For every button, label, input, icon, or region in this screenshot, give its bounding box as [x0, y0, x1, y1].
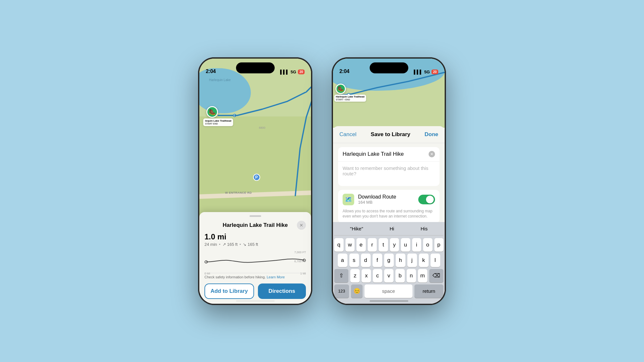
trailhead-marker-2: 🥾 Harlequin Lake Trailhead START • END — [336, 84, 346, 94]
trail-detail-sheet: Harlequin Lake Trail Hike ✕ 1.0 mi 24 mi… — [199, 212, 311, 304]
route-name-row: ✕ — [338, 147, 440, 162]
download-icon: 🗺️ — [343, 194, 354, 205]
battery-badge-1: 20 — [298, 70, 305, 74]
key-a[interactable]: a — [338, 254, 347, 267]
download-description: Allows you to access the route and surro… — [343, 209, 435, 219]
time-2: 2:04 — [339, 69, 349, 74]
keyboard: "Hike" Hi His q w e r t y u i o p — [333, 222, 445, 304]
key-i[interactable]: i — [412, 238, 421, 252]
signal-icon-2: ▌▌▌ — [414, 70, 423, 74]
done-button[interactable]: Done — [425, 131, 439, 138]
time-stat: 24 min — [204, 242, 217, 247]
time-1: 2:04 — [206, 69, 216, 74]
key-y[interactable]: y — [390, 238, 399, 252]
save-header: Cancel Save to Library Done — [333, 126, 445, 143]
key-emoji[interactable]: 😊 — [351, 284, 363, 298]
key-u[interactable]: u — [401, 238, 410, 252]
key-h[interactable]: h — [396, 254, 405, 267]
key-l[interactable]: l — [431, 254, 440, 267]
keyboard-row-2: a s d f g h j k l — [334, 254, 443, 267]
download-route-label: Download Route — [358, 194, 414, 200]
status-icons-1: ▌▌▌ 5G 20 — [280, 70, 305, 74]
key-delete[interactable]: ⌫ — [429, 269, 443, 283]
key-k[interactable]: k — [419, 254, 429, 267]
key-x[interactable]: x — [362, 269, 371, 283]
parking-icon: P — [253, 174, 260, 181]
key-v[interactable]: v — [384, 269, 393, 283]
download-toggle[interactable] — [418, 195, 435, 204]
directions-button[interactable]: Directions — [258, 283, 306, 299]
route-name-input[interactable] — [343, 151, 429, 157]
add-to-library-button[interactable]: Add to Library — [204, 283, 254, 299]
key-w[interactable]: w — [346, 238, 355, 252]
key-space[interactable]: space — [365, 284, 412, 298]
network-1: 5G — [291, 70, 296, 74]
signal-icon-1: ▌▌▌ — [280, 70, 289, 74]
dynamic-island-2 — [370, 62, 408, 73]
key-q[interactable]: q — [334, 238, 344, 252]
key-j[interactable]: j — [407, 254, 417, 267]
status-icons-2: ▌▌▌ 5G 20 — [414, 70, 438, 74]
stats-details: 24 min • ↗ 165 ft • ↘ 165 ft — [204, 242, 306, 247]
download-route-section: 🗺️ Download Route 164 MB Allows you to a… — [338, 190, 440, 223]
download-row: 🗺️ Download Route 164 MB — [343, 194, 435, 205]
save-input-section: ✕ Want to remember something about this … — [338, 147, 440, 186]
key-m[interactable]: m — [418, 269, 427, 283]
phone-1: 2:04 ▌▌▌ 5G 20 Harlequin Lake W ENTRA — [198, 57, 312, 305]
keyboard-row-1: q w e r t y u i o p — [334, 238, 443, 252]
key-shift[interactable]: ⇧ — [334, 269, 348, 283]
distance-stat: 1.0 mi — [204, 232, 306, 241]
home-indicator-1 — [236, 300, 275, 302]
save-sheet-title: Save to Library — [371, 131, 410, 138]
key-d[interactable]: d — [361, 254, 371, 267]
save-to-library-sheet: Cancel Save to Library Done ✕ Want to re… — [333, 126, 445, 304]
key-p[interactable]: p — [434, 238, 444, 252]
clear-input-button[interactable]: ✕ — [429, 151, 435, 157]
key-return[interactable]: return — [414, 284, 443, 298]
notes-placeholder[interactable]: Want to remember something about this ro… — [338, 162, 440, 186]
suggestion-his[interactable]: His — [418, 225, 430, 233]
key-f[interactable]: f — [373, 254, 382, 267]
action-buttons: Add to Library Directions — [199, 281, 311, 303]
toggle-thumb — [426, 196, 434, 203]
stats-row: 1.0 mi 24 min • ↗ 165 ft • ↘ 165 ft — [199, 232, 311, 249]
elevation-labels: 7,000 FT 6,700 FT — [294, 251, 306, 263]
gain-stat: ↗ 165 ft — [223, 242, 238, 247]
suggestion-hi[interactable]: Hi — [387, 225, 397, 233]
home-indicator-2 — [370, 300, 408, 302]
keyboard-row-4: 123 😊 space return — [334, 284, 443, 298]
battery-badge-2: 20 — [431, 70, 438, 74]
cancel-button[interactable]: Cancel — [339, 131, 356, 138]
key-g[interactable]: g — [384, 254, 394, 267]
keyboard-suggestions: "Hike" Hi His — [334, 225, 443, 236]
key-r[interactable]: r — [368, 238, 377, 252]
trail-path — [199, 59, 311, 223]
elev-axis-labels: 0 MI 1 MI — [204, 271, 306, 276]
phone-2: 2:04 ▌▌▌ 5G 20 🥾 Harlequin La — [332, 57, 446, 305]
dynamic-island-1 — [236, 62, 275, 73]
loss-stat: ↘ 165 ft — [243, 242, 258, 247]
key-o[interactable]: o — [423, 238, 432, 252]
close-button[interactable]: ✕ — [297, 221, 306, 230]
key-t[interactable]: t — [379, 238, 388, 252]
network-2: 5G — [424, 70, 430, 74]
key-numbers[interactable]: 123 — [334, 284, 349, 298]
key-z[interactable]: z — [350, 269, 360, 283]
download-size: 164 MB — [358, 200, 414, 205]
key-b[interactable]: b — [395, 269, 405, 283]
map-area-1[interactable]: Harlequin Lake W ENTRANCE RD 6800 P — [199, 59, 311, 223]
keyboard-row-3: ⇧ z x c v b n m ⌫ — [334, 269, 443, 283]
trailhead-marker-1: 🥾 lequin Lake Trailhead START END — [206, 106, 218, 118]
suggestion-hike[interactable]: "Hike" — [347, 225, 366, 233]
key-n[interactable]: n — [407, 269, 416, 283]
key-s[interactable]: s — [349, 254, 359, 267]
key-e[interactable]: e — [356, 238, 366, 252]
sheet-title: Harlequin Lake Trail Hike — [213, 222, 297, 228]
elevation-chart: 7,000 FT 6,700 FT 0 MI 1 MI — [204, 251, 306, 273]
sheet-header: Harlequin Lake Trail Hike ✕ — [199, 217, 311, 232]
download-text: Download Route 164 MB — [358, 194, 414, 205]
key-c[interactable]: c — [373, 269, 382, 283]
